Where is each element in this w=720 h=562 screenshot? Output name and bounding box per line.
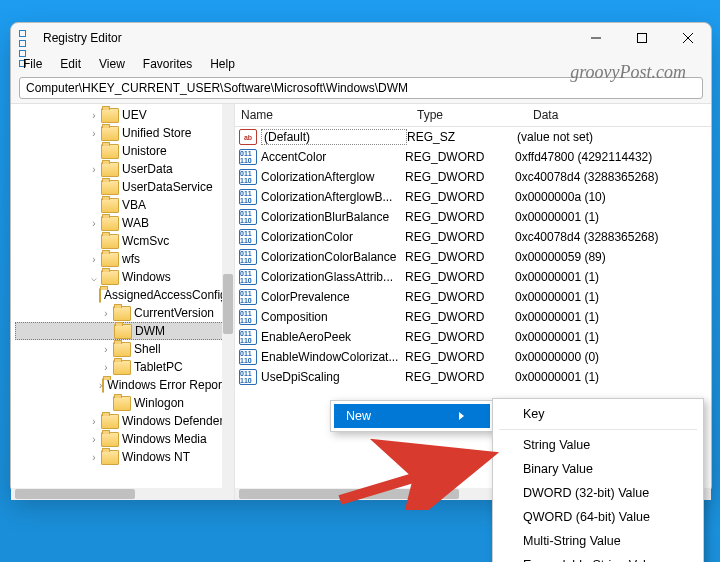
tree-vertical-scrollbar[interactable] <box>222 104 234 488</box>
chevron-right-icon[interactable]: › <box>87 434 101 445</box>
submenu-item-key[interactable]: Key <box>493 402 703 426</box>
folder-icon <box>113 306 131 321</box>
submenu-item-qword[interactable]: QWORD (64-bit) Value <box>493 505 703 529</box>
value-row[interactable]: ab(Default)REG_SZ(value not set) <box>235 127 711 147</box>
tree-node[interactable]: UserDataService <box>15 178 234 196</box>
column-name[interactable]: Name <box>235 108 411 122</box>
value-data: 0x00000001 (1) <box>515 370 711 384</box>
menu-view[interactable]: View <box>97 55 127 73</box>
submenu-item-binary[interactable]: Binary Value <box>493 457 703 481</box>
tree-node[interactable]: VBA <box>15 196 234 214</box>
tree-node[interactable]: ›Windows Defender <box>15 412 234 430</box>
minimize-button[interactable] <box>573 23 619 53</box>
folder-icon <box>101 216 119 231</box>
value-data: 0x00000001 (1) <box>515 330 711 344</box>
value-type: REG_DWORD <box>405 310 515 324</box>
tree-node[interactable]: ›Windows NT <box>15 448 234 466</box>
chevron-right-icon[interactable]: › <box>87 128 101 139</box>
value-row[interactable]: 011 110AccentColorREG_DWORD0xffd47800 (4… <box>235 147 711 167</box>
value-row[interactable]: 011 110ColorizationAfterglowB...REG_DWOR… <box>235 187 711 207</box>
menu-favorites[interactable]: Favorites <box>141 55 194 73</box>
submenu-item-string[interactable]: String Value <box>493 433 703 457</box>
folder-icon <box>101 252 119 267</box>
value-data: 0xffd47800 (4292114432) <box>515 150 711 164</box>
value-type: REG_DWORD <box>405 270 515 284</box>
regedit-app-icon <box>19 30 35 46</box>
menu-file[interactable]: File <box>21 55 44 73</box>
chevron-right-icon[interactable]: › <box>87 416 101 427</box>
tree-node-label: DWM <box>135 324 165 338</box>
menu-item-label: New <box>346 409 371 423</box>
submenu-item-expand[interactable]: Expandable String Value <box>493 553 703 562</box>
value-name: Composition <box>261 310 405 324</box>
value-row[interactable]: 011 110ColorizationColorREG_DWORD0xc4007… <box>235 227 711 247</box>
value-type: REG_DWORD <box>405 330 515 344</box>
chevron-right-icon[interactable]: › <box>87 218 101 229</box>
close-button[interactable] <box>665 23 711 53</box>
columns-header: Name Type Data <box>235 104 711 127</box>
tree-node[interactable]: Unistore <box>15 142 234 160</box>
tree-node-label: Windows <box>122 270 171 284</box>
chevron-right-icon[interactable]: › <box>87 110 101 121</box>
menu-edit[interactable]: Edit <box>58 55 83 73</box>
chevron-right-icon[interactable]: › <box>99 362 113 373</box>
value-type: REG_DWORD <box>405 230 515 244</box>
value-row[interactable]: 011 110ColorizationAfterglowREG_DWORD0xc… <box>235 167 711 187</box>
tree-node[interactable]: ›Unified Store <box>15 124 234 142</box>
value-row[interactable]: 011 110UseDpiScalingREG_DWORD0x00000001 … <box>235 367 711 387</box>
tree-node[interactable]: DWM <box>15 322 234 340</box>
tree-node[interactable]: WcmSvc <box>15 232 234 250</box>
tree-node-label: WcmSvc <box>122 234 169 248</box>
folder-icon <box>101 198 119 213</box>
tree-node-label: Unistore <box>122 144 167 158</box>
chevron-right-icon[interactable]: › <box>99 344 113 355</box>
value-row[interactable]: 011 110EnableWindowColorizat...REG_DWORD… <box>235 347 711 367</box>
tree-node-label: Windows Error Reporting <box>107 378 235 392</box>
folder-icon <box>101 234 119 249</box>
menu-help[interactable]: Help <box>208 55 237 73</box>
column-type[interactable]: Type <box>411 108 527 122</box>
tree-node[interactable]: ›CurrentVersion <box>15 304 234 322</box>
value-row[interactable]: 011 110ColorizationColorBalanceREG_DWORD… <box>235 247 711 267</box>
tree-node[interactable]: ⌵Windows <box>15 268 234 286</box>
tree-node[interactable]: ›Windows Error Reporting <box>15 376 234 394</box>
value-type: REG_DWORD <box>405 210 515 224</box>
value-row[interactable]: 011 110ColorPrevalenceREG_DWORD0x0000000… <box>235 287 711 307</box>
context-menu: New <box>330 400 494 432</box>
tree-node[interactable]: ›Windows Media <box>15 430 234 448</box>
tree-node[interactable]: ›UserData <box>15 160 234 178</box>
dword-value-icon: 011 110 <box>239 169 257 185</box>
value-data: 0xc40078d4 (3288365268) <box>515 230 711 244</box>
address-bar[interactable]: Computer\HKEY_CURRENT_USER\Software\Micr… <box>19 77 703 99</box>
column-data[interactable]: Data <box>527 108 711 122</box>
chevron-right-icon[interactable]: › <box>99 308 113 319</box>
chevron-down-icon[interactable]: ⌵ <box>87 272 101 283</box>
tree-node[interactable]: ›WAB <box>15 214 234 232</box>
chevron-right-icon[interactable]: › <box>87 164 101 175</box>
value-type: REG_DWORD <box>405 370 515 384</box>
maximize-button[interactable] <box>619 23 665 53</box>
tree-node[interactable]: ›UEV <box>15 106 234 124</box>
tree-pane: ›UEV›Unified Store Unistore›UserData Use… <box>11 104 235 500</box>
chevron-right-icon[interactable]: › <box>87 452 101 463</box>
titlebar[interactable]: Registry Editor <box>11 23 711 53</box>
tree-node[interactable]: ›TabletPC <box>15 358 234 376</box>
folder-icon <box>101 270 119 285</box>
value-row[interactable]: 011 110ColorizationGlassAttrib...REG_DWO… <box>235 267 711 287</box>
string-value-icon: ab <box>239 129 257 145</box>
tree-node-label: CurrentVersion <box>134 306 214 320</box>
tree-node[interactable]: Winlogon <box>15 394 234 412</box>
tree-node[interactable]: AssignedAccessConfiguration <box>15 286 234 304</box>
tree-node-label: WAB <box>122 216 149 230</box>
tree-node[interactable]: ›Shell <box>15 340 234 358</box>
tree-node[interactable]: ›wfs <box>15 250 234 268</box>
value-row[interactable]: 011 110CompositionREG_DWORD0x00000001 (1… <box>235 307 711 327</box>
value-row[interactable]: 011 110EnableAeroPeekREG_DWORD0x00000001… <box>235 327 711 347</box>
tree-horizontal-scrollbar[interactable] <box>11 488 234 500</box>
chevron-right-icon[interactable]: › <box>87 254 101 265</box>
submenu-item-multi[interactable]: Multi-String Value <box>493 529 703 553</box>
submenu-item-dword[interactable]: DWORD (32-bit) Value <box>493 481 703 505</box>
context-menu-item-new[interactable]: New <box>334 404 490 428</box>
value-data: 0x00000000 (0) <box>515 350 711 364</box>
value-row[interactable]: 011 110ColorizationBlurBalanceREG_DWORD0… <box>235 207 711 227</box>
